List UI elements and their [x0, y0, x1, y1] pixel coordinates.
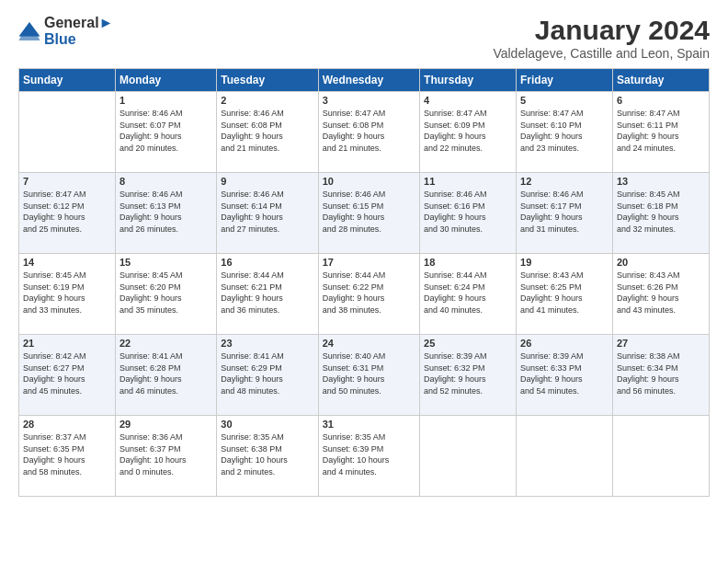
- calendar-cell: 8Sunrise: 8:46 AM Sunset: 6:13 PM Daylig…: [115, 173, 216, 254]
- header: General► Blue January 2024 Valdelageve, …: [18, 15, 710, 61]
- day-info: Sunrise: 8:45 AM Sunset: 6:18 PM Dayligh…: [617, 189, 705, 235]
- header-wednesday: Wednesday: [318, 69, 419, 92]
- month-title: January 2024: [493, 15, 710, 46]
- svg-marker-1: [18, 29, 40, 40]
- day-number: 18: [424, 257, 512, 268]
- calendar-cell: 13Sunrise: 8:45 AM Sunset: 6:18 PM Dayli…: [612, 173, 709, 254]
- day-info: Sunrise: 8:45 AM Sunset: 6:19 PM Dayligh…: [23, 270, 111, 316]
- day-info: Sunrise: 8:46 AM Sunset: 6:15 PM Dayligh…: [323, 189, 415, 235]
- calendar-cell: 14Sunrise: 8:45 AM Sunset: 6:19 PM Dayli…: [19, 254, 116, 335]
- calendar-cell: 26Sunrise: 8:39 AM Sunset: 6:33 PM Dayli…: [517, 335, 613, 416]
- calendar-cell: 5Sunrise: 8:47 AM Sunset: 6:10 PM Daylig…: [517, 92, 613, 173]
- day-info: Sunrise: 8:47 AM Sunset: 6:09 PM Dayligh…: [424, 108, 512, 154]
- day-info: Sunrise: 8:46 AM Sunset: 6:14 PM Dayligh…: [221, 189, 313, 235]
- day-info: Sunrise: 8:41 AM Sunset: 6:29 PM Dayligh…: [221, 350, 313, 396]
- day-info: Sunrise: 8:46 AM Sunset: 6:16 PM Dayligh…: [424, 189, 512, 235]
- title-block: January 2024 Valdelageve, Castille and L…: [493, 15, 710, 61]
- day-info: Sunrise: 8:47 AM Sunset: 6:10 PM Dayligh…: [520, 108, 609, 154]
- calendar-cell: 16Sunrise: 8:44 AM Sunset: 6:21 PM Dayli…: [217, 254, 318, 335]
- day-number: 21: [23, 338, 111, 349]
- day-number: 7: [23, 176, 111, 187]
- logo: General► Blue: [18, 15, 113, 47]
- header-sunday: Sunday: [19, 69, 116, 92]
- header-thursday: Thursday: [420, 69, 517, 92]
- day-number: 13: [617, 176, 705, 187]
- day-number: 1: [119, 95, 212, 106]
- calendar-cell: 29Sunrise: 8:36 AM Sunset: 6:37 PM Dayli…: [115, 416, 216, 497]
- calendar-cell: 10Sunrise: 8:46 AM Sunset: 6:15 PM Dayli…: [318, 173, 419, 254]
- calendar-cell: 20Sunrise: 8:43 AM Sunset: 6:26 PM Dayli…: [612, 254, 709, 335]
- day-number: 17: [323, 257, 415, 268]
- calendar-cell: 15Sunrise: 8:45 AM Sunset: 6:20 PM Dayli…: [115, 254, 216, 335]
- day-number: 31: [323, 419, 415, 430]
- day-number: 14: [23, 257, 111, 268]
- day-number: 10: [323, 176, 415, 187]
- calendar-cell: 22Sunrise: 8:41 AM Sunset: 6:28 PM Dayli…: [115, 335, 216, 416]
- day-number: 25: [424, 338, 512, 349]
- calendar-header-row: Sunday Monday Tuesday Wednesday Thursday…: [19, 69, 710, 92]
- day-number: 27: [617, 338, 705, 349]
- day-info: Sunrise: 8:47 AM Sunset: 6:11 PM Dayligh…: [617, 108, 705, 154]
- calendar-cell: 28Sunrise: 8:37 AM Sunset: 6:35 PM Dayli…: [19, 416, 116, 497]
- day-number: 16: [221, 257, 313, 268]
- calendar-cell: 7Sunrise: 8:47 AM Sunset: 6:12 PM Daylig…: [19, 173, 116, 254]
- calendar-cell: 11Sunrise: 8:46 AM Sunset: 6:16 PM Dayli…: [420, 173, 517, 254]
- header-saturday: Saturday: [612, 69, 709, 92]
- calendar-cell: [420, 416, 517, 497]
- header-monday: Monday: [115, 69, 216, 92]
- day-info: Sunrise: 8:42 AM Sunset: 6:27 PM Dayligh…: [23, 350, 111, 396]
- day-number: 30: [221, 419, 313, 430]
- week-row-1: 1Sunrise: 8:46 AM Sunset: 6:07 PM Daylig…: [19, 92, 710, 173]
- day-number: 11: [424, 176, 512, 187]
- calendar-cell: 19Sunrise: 8:43 AM Sunset: 6:25 PM Dayli…: [517, 254, 613, 335]
- day-info: Sunrise: 8:44 AM Sunset: 6:24 PM Dayligh…: [424, 270, 512, 316]
- logo-icon: [18, 22, 40, 40]
- week-row-2: 7Sunrise: 8:47 AM Sunset: 6:12 PM Daylig…: [19, 173, 710, 254]
- day-info: Sunrise: 8:35 AM Sunset: 6:39 PM Dayligh…: [323, 431, 415, 477]
- day-number: 26: [520, 338, 609, 349]
- calendar-cell: 17Sunrise: 8:44 AM Sunset: 6:22 PM Dayli…: [318, 254, 419, 335]
- calendar-cell: 9Sunrise: 8:46 AM Sunset: 6:14 PM Daylig…: [217, 173, 318, 254]
- page: General► Blue January 2024 Valdelageve, …: [0, 0, 728, 563]
- day-info: Sunrise: 8:45 AM Sunset: 6:20 PM Dayligh…: [119, 270, 212, 316]
- day-number: 23: [221, 338, 313, 349]
- day-info: Sunrise: 8:43 AM Sunset: 6:25 PM Dayligh…: [520, 270, 609, 316]
- day-info: Sunrise: 8:40 AM Sunset: 6:31 PM Dayligh…: [323, 350, 415, 396]
- location-subtitle: Valdelageve, Castille and Leon, Spain: [493, 46, 710, 61]
- calendar-cell: [517, 416, 613, 497]
- calendar-cell: 25Sunrise: 8:39 AM Sunset: 6:32 PM Dayli…: [420, 335, 517, 416]
- day-number: 9: [221, 176, 313, 187]
- day-info: Sunrise: 8:47 AM Sunset: 6:08 PM Dayligh…: [323, 108, 415, 154]
- day-number: 28: [23, 419, 111, 430]
- logo-line1: General►: [44, 15, 113, 31]
- day-number: 8: [119, 176, 212, 187]
- calendar-cell: [612, 416, 709, 497]
- day-info: Sunrise: 8:41 AM Sunset: 6:28 PM Dayligh…: [119, 350, 212, 396]
- day-info: Sunrise: 8:46 AM Sunset: 6:17 PM Dayligh…: [520, 189, 609, 235]
- calendar-cell: 30Sunrise: 8:35 AM Sunset: 6:38 PM Dayli…: [217, 416, 318, 497]
- day-number: 6: [617, 95, 705, 106]
- week-row-3: 14Sunrise: 8:45 AM Sunset: 6:19 PM Dayli…: [19, 254, 710, 335]
- day-number: 5: [520, 95, 609, 106]
- day-number: 3: [323, 95, 415, 106]
- day-info: Sunrise: 8:46 AM Sunset: 6:07 PM Dayligh…: [119, 108, 212, 154]
- calendar-table: Sunday Monday Tuesday Wednesday Thursday…: [18, 68, 710, 497]
- calendar-cell: 24Sunrise: 8:40 AM Sunset: 6:31 PM Dayli…: [318, 335, 419, 416]
- week-row-5: 28Sunrise: 8:37 AM Sunset: 6:35 PM Dayli…: [19, 416, 710, 497]
- day-number: 20: [617, 257, 705, 268]
- calendar-cell: 18Sunrise: 8:44 AM Sunset: 6:24 PM Dayli…: [420, 254, 517, 335]
- day-number: 22: [119, 338, 212, 349]
- day-info: Sunrise: 8:36 AM Sunset: 6:37 PM Dayligh…: [119, 431, 212, 477]
- day-info: Sunrise: 8:46 AM Sunset: 6:08 PM Dayligh…: [221, 108, 313, 154]
- calendar-cell: 21Sunrise: 8:42 AM Sunset: 6:27 PM Dayli…: [19, 335, 116, 416]
- day-number: 24: [323, 338, 415, 349]
- day-info: Sunrise: 8:39 AM Sunset: 6:32 PM Dayligh…: [424, 350, 512, 396]
- day-info: Sunrise: 8:39 AM Sunset: 6:33 PM Dayligh…: [520, 350, 609, 396]
- day-info: Sunrise: 8:47 AM Sunset: 6:12 PM Dayligh…: [23, 189, 111, 235]
- calendar-cell: 2Sunrise: 8:46 AM Sunset: 6:08 PM Daylig…: [217, 92, 318, 173]
- day-info: Sunrise: 8:44 AM Sunset: 6:21 PM Dayligh…: [221, 270, 313, 316]
- calendar-cell: 23Sunrise: 8:41 AM Sunset: 6:29 PM Dayli…: [217, 335, 318, 416]
- day-number: 15: [119, 257, 212, 268]
- calendar-cell: 4Sunrise: 8:47 AM Sunset: 6:09 PM Daylig…: [420, 92, 517, 173]
- day-info: Sunrise: 8:35 AM Sunset: 6:38 PM Dayligh…: [221, 431, 313, 477]
